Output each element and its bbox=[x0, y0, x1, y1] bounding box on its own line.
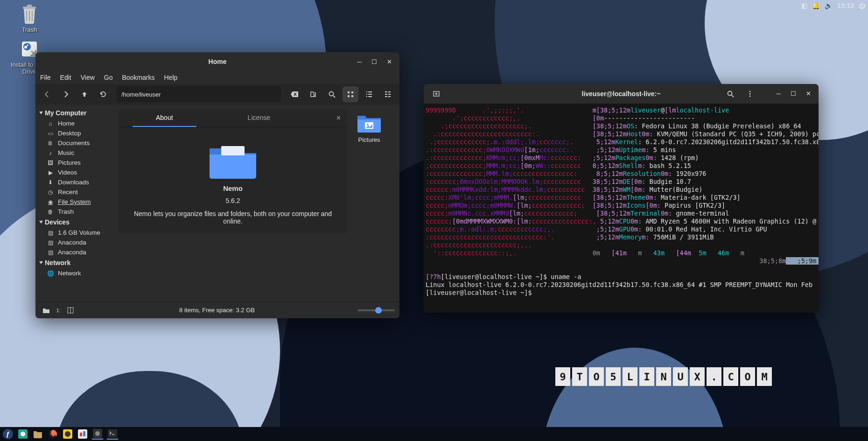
sidebar-item-anaconda[interactable]: ▤Anaconda bbox=[35, 247, 110, 257]
sidebar-section-mycomputer[interactable]: My Computer bbox=[35, 107, 110, 119]
notifications-icon[interactable]: 🔔 bbox=[812, 2, 820, 9]
top-panel: ◧ 🔔 🔊 13:13 ⏻ bbox=[798, 0, 868, 11]
desktop-icon-trash[interactable]: Trash bbox=[8, 4, 50, 33]
minimize-button[interactable]: ─ bbox=[353, 55, 366, 68]
terminal-output[interactable]: 9999999D .',;;:;;,'. m[38;5;12mliveuser@… bbox=[424, 104, 819, 313]
desktop-icon: ▭ bbox=[47, 130, 54, 137]
split-toggle-button[interactable] bbox=[64, 304, 77, 316]
folder-icon bbox=[207, 141, 259, 179]
svg-rect-13 bbox=[366, 96, 367, 97]
disk-icon: ▤ bbox=[47, 239, 54, 246]
menu-button[interactable] bbox=[742, 86, 758, 102]
svg-rect-16 bbox=[388, 91, 391, 92]
about-dialog: About License × Nemo 5.6.2 Nemo lets you… bbox=[119, 109, 347, 233]
forward-button[interactable] bbox=[58, 86, 74, 102]
maximize-button[interactable]: ☐ bbox=[787, 87, 800, 100]
maximize-button[interactable]: ☐ bbox=[368, 55, 381, 68]
icon-view-button[interactable] bbox=[343, 86, 358, 102]
task-files[interactable] bbox=[32, 428, 44, 440]
close-button[interactable]: ✕ bbox=[383, 55, 396, 68]
about-appname: Nemo bbox=[127, 184, 339, 192]
svg-point-4 bbox=[329, 92, 334, 96]
clear-path-button[interactable] bbox=[287, 86, 302, 102]
sidebar-item-pictures[interactable]: 🖼Pictures bbox=[35, 158, 110, 168]
sidebar-item-desktop[interactable]: ▭Desktop bbox=[35, 128, 110, 138]
sidebar-item-downloads[interactable]: ⬇Downloads bbox=[35, 177, 110, 187]
svg-rect-5 bbox=[348, 91, 350, 93]
task-terminal[interactable] bbox=[106, 428, 119, 440]
file-manager-window: Home ─ ☐ ✕ File Edit View Go Bookmarks H… bbox=[35, 52, 399, 318]
up-button[interactable] bbox=[77, 86, 92, 102]
task-budgie[interactable] bbox=[17, 428, 29, 440]
sidebar-section-network[interactable]: Network bbox=[35, 257, 110, 268]
titlebar[interactable]: Home ─ ☐ ✕ bbox=[35, 52, 399, 71]
power-icon[interactable]: ⏻ bbox=[859, 2, 865, 9]
compact-view-button[interactable] bbox=[380, 86, 396, 102]
sidebar-item-anaconda[interactable]: ▤Anaconda bbox=[35, 238, 110, 247]
svg-rect-41 bbox=[108, 429, 117, 438]
task-nemo[interactable] bbox=[91, 428, 104, 440]
svg-rect-37 bbox=[80, 433, 82, 436]
svg-rect-7 bbox=[348, 95, 350, 97]
sidebar-item-trash[interactable]: 🗑Trash bbox=[35, 207, 110, 217]
menu-view[interactable]: View bbox=[81, 74, 95, 81]
list-view-button[interactable] bbox=[361, 86, 377, 102]
clock[interactable]: 13:13 bbox=[837, 2, 854, 9]
terminal-title: liveuser@localhost-live:~ bbox=[582, 90, 661, 98]
disk-icon: ▤ bbox=[47, 249, 54, 256]
toolbar: /home/liveuser bbox=[35, 84, 399, 105]
menu-file[interactable]: File bbox=[40, 74, 51, 81]
filesystem-icon: ◉ bbox=[47, 199, 54, 205]
folder-icon bbox=[357, 113, 382, 133]
music-icon: ♪ bbox=[47, 150, 54, 156]
sidebar-item-volume[interactable]: ▤1.6 GB Volume bbox=[35, 228, 110, 238]
folder-pictures[interactable]: Pictures bbox=[357, 113, 382, 143]
sidebar-item-documents[interactable]: 🗎Documents bbox=[35, 138, 110, 148]
task-firefox[interactable] bbox=[47, 428, 59, 440]
toggle-path-button[interactable] bbox=[305, 86, 321, 102]
svg-point-35 bbox=[65, 432, 70, 436]
menu-help[interactable]: Help bbox=[164, 74, 178, 81]
sidebar: My Computer ⌂Home ▭Desktop 🗎Documents ♪M… bbox=[35, 105, 110, 301]
about-close-button[interactable]: × bbox=[330, 109, 347, 127]
task-app[interactable] bbox=[62, 428, 74, 440]
trash-icon: 🗑 bbox=[47, 209, 54, 215]
sidebar-item-music[interactable]: ♪Music bbox=[35, 148, 110, 158]
sidebar-item-recent[interactable]: ◷Recent bbox=[35, 187, 110, 197]
tab-about[interactable]: About bbox=[133, 109, 196, 127]
svg-rect-8 bbox=[351, 95, 353, 97]
minimize-button[interactable]: ─ bbox=[772, 87, 785, 100]
svg-point-23 bbox=[367, 124, 369, 126]
svg-rect-19 bbox=[385, 96, 387, 97]
svg-rect-1 bbox=[27, 5, 32, 7]
volume-icon[interactable]: 🔊 bbox=[825, 2, 833, 9]
recent-icon: ◷ bbox=[47, 189, 54, 196]
search-button[interactable] bbox=[324, 86, 340, 102]
svg-point-32 bbox=[21, 432, 25, 436]
search-button[interactable] bbox=[722, 86, 738, 102]
close-button[interactable]: ✕ bbox=[802, 87, 815, 100]
places-toggle-button[interactable] bbox=[40, 304, 52, 316]
sidebar-item-home[interactable]: ⌂Home bbox=[35, 119, 110, 128]
task-software[interactable] bbox=[77, 428, 89, 440]
menu-button[interactable]: ƒ bbox=[2, 428, 14, 440]
sidebar-item-filesystem[interactable]: ◉File System bbox=[35, 197, 110, 207]
reload-button[interactable] bbox=[95, 86, 111, 102]
sidebar-section-devices[interactable]: Devices bbox=[35, 217, 110, 228]
svg-rect-15 bbox=[385, 91, 387, 92]
menu-bookmarks[interactable]: Bookmarks bbox=[122, 74, 154, 81]
applet-icon[interactable]: ◧ bbox=[801, 2, 807, 9]
zoom-slider[interactable] bbox=[357, 309, 395, 311]
menu-edit[interactable]: Edit bbox=[60, 74, 71, 81]
path-input[interactable]: /home/liveuser bbox=[117, 86, 281, 102]
svg-rect-14 bbox=[368, 96, 372, 97]
new-tab-button[interactable] bbox=[428, 86, 444, 102]
titlebar[interactable]: liveuser@localhost-live:~ ─ ☐ ✕ bbox=[424, 84, 819, 104]
terminal-window: liveuser@localhost-live:~ ─ ☐ ✕ 9999999D… bbox=[424, 84, 819, 313]
sidebar-item-videos[interactable]: ▶Videos bbox=[35, 168, 110, 177]
tab-license[interactable]: License bbox=[224, 109, 294, 127]
menu-go[interactable]: Go bbox=[104, 74, 113, 81]
tree-toggle-button[interactable]: 1: bbox=[52, 304, 64, 316]
sidebar-item-network[interactable]: 🌐Network bbox=[35, 268, 110, 278]
back-button[interactable] bbox=[39, 86, 55, 102]
